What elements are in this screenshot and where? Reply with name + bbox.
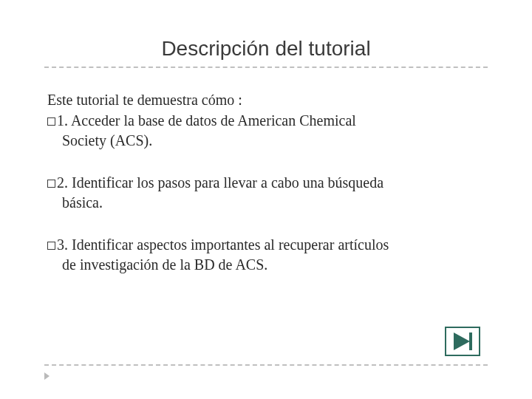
next-button[interactable]	[445, 327, 480, 356]
slide-title: Descripción del tutorial	[44, 37, 488, 61]
bottom-divider	[44, 364, 488, 366]
play-forward-icon	[445, 327, 480, 356]
slide-container: Descripción del tutorial Este tutorial t…	[0, 0, 532, 399]
list-item: 3. Identificar aspectos importantes al r…	[47, 235, 488, 275]
square-bullet-icon	[47, 117, 55, 126]
intro-text: Este tutorial te demuestra cómo :	[47, 90, 488, 109]
item-text-continuation: de investigación de la BD de ACS.	[47, 255, 488, 275]
item-number: 1.	[57, 112, 68, 129]
item-text: Acceder la base de datos de American Che…	[71, 112, 356, 129]
item-text: Identificar los pasos para llevar a cabo…	[72, 174, 383, 191]
content-area: Este tutorial te demuestra cómo : 1. Acc…	[44, 90, 488, 275]
item-text-continuation: Society (ACS).	[47, 131, 488, 151]
list-item: 1. Acceder la base de datos de American …	[47, 111, 488, 151]
item-text: Identificar aspectos importantes al recu…	[72, 236, 389, 253]
svg-rect-2	[469, 332, 472, 350]
list-item: 2. Identificar los pasos para llevar a c…	[47, 173, 488, 213]
svg-marker-1	[454, 332, 470, 350]
item-number: 3.	[57, 236, 68, 253]
title-divider	[44, 66, 488, 68]
square-bullet-icon	[47, 180, 55, 188]
item-text-continuation: básica.	[47, 193, 488, 213]
item-number: 2.	[57, 174, 68, 191]
corner-marker-icon	[44, 372, 50, 380]
square-bullet-icon	[47, 242, 55, 250]
